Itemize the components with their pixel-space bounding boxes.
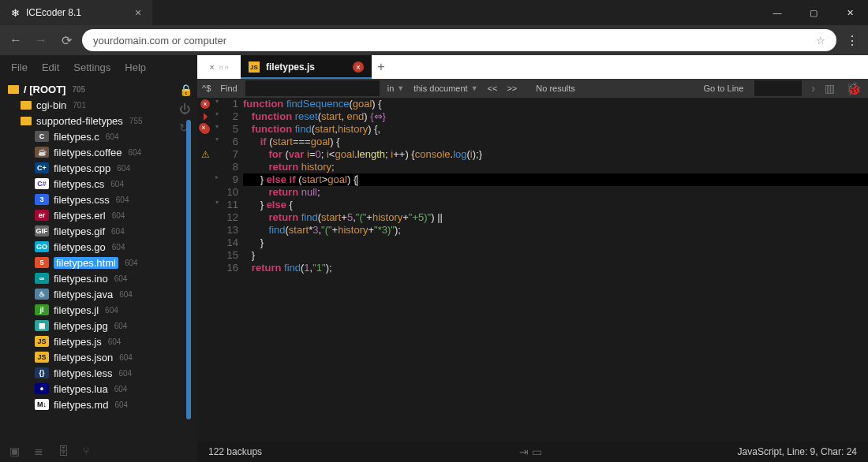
git-icon[interactable]: ⑂ — [83, 445, 89, 457]
code-line[interactable]: for (var i=0; i<goal.length; i++) {conso… — [243, 148, 868, 161]
fold-toggle[interactable] — [213, 224, 221, 237]
fold-toggle[interactable]: ▾ — [213, 199, 221, 211]
tree-root[interactable]: / [ROOT]705 — [5, 81, 193, 97]
back-icon[interactable]: ← — [6, 31, 25, 50]
gutter-mark[interactable] — [197, 262, 213, 274]
tab-close-button[interactable]: × — [353, 61, 364, 73]
gutter-mark[interactable]: × — [197, 98, 213, 110]
tab-close-icon[interactable]: × — [135, 6, 141, 19]
fold-toggle[interactable] — [213, 161, 221, 173]
tree-file[interactable]: {}filetypes.less604 — [5, 365, 193, 381]
gutter-mark[interactable] — [197, 224, 213, 237]
gutter-mark[interactable] — [197, 199, 213, 211]
window-minimize-button[interactable]: — — [759, 0, 795, 25]
tree-file[interactable]: jlfiletypes.jl604 — [5, 302, 193, 318]
gutter-mark[interactable] — [197, 173, 213, 186]
tree-file[interactable]: GOfiletypes.go604 — [5, 239, 193, 255]
tree-file[interactable]: 3filetypes.css604 — [5, 192, 193, 207]
menu-file[interactable]: File — [11, 61, 28, 73]
menu-dots-icon[interactable]: ⋮ — [843, 33, 862, 48]
tree-file[interactable]: ♨filetypes.java604 — [5, 286, 193, 302]
goto-line-input[interactable] — [754, 80, 802, 96]
fold-toggle[interactable] — [213, 211, 221, 224]
code-line[interactable]: if (start===goal) { — [243, 136, 868, 148]
tree-file[interactable]: JSfiletypes.json604 — [5, 349, 193, 365]
code-editor[interactable]: ×××⚠ ▾▾▾▾▸▾ 125678910111213141516 functi… — [197, 98, 868, 442]
code-line[interactable]: function findSequence(goal) { — [243, 98, 868, 110]
tree-file[interactable]: ∞filetypes.ino604 — [5, 270, 193, 286]
chevron-down-icon[interactable]: ▼ — [471, 84, 478, 92]
code-line[interactable]: function reset(start, end) {⇔} — [243, 110, 868, 123]
window-maximize-button[interactable]: ▢ — [795, 0, 832, 25]
fold-toggle[interactable]: ▸ — [213, 173, 221, 186]
tree-file[interactable]: erfiletypes.erl604 — [5, 207, 193, 223]
window-tab[interactable]: ❄ ICEcoder 8.1 × — [0, 0, 152, 25]
window-close-button[interactable]: ✕ — [832, 0, 868, 25]
bug-icon[interactable]: 🐞 — [840, 81, 868, 96]
tree-folder[interactable]: cgi-bin701 — [5, 97, 193, 113]
tree-file[interactable]: ▦filetypes.jpg604 — [5, 318, 193, 333]
menu-settings[interactable]: Settings — [73, 61, 110, 73]
code-line[interactable]: return find(1,"1"); — [243, 262, 868, 274]
gutter-mark[interactable] — [197, 249, 213, 262]
fold-toggle[interactable] — [213, 186, 221, 199]
arrow-right-icon[interactable]: › — [806, 82, 820, 95]
code-line[interactable]: } else { — [243, 199, 868, 211]
fold-toggle[interactable] — [213, 262, 221, 274]
tree-file[interactable]: JSfiletypes.js604 — [5, 333, 193, 349]
fold-toggle[interactable]: ▾ — [213, 136, 221, 148]
gutter-mark[interactable] — [197, 186, 213, 199]
fold-toggle[interactable] — [213, 237, 221, 249]
bookmark-icon[interactable]: ☆ — [816, 35, 825, 47]
fold-toggle[interactable] — [213, 148, 221, 161]
code-line[interactable]: } else if (start>goal) { — [243, 173, 868, 186]
find-scope-doc[interactable]: this document — [413, 84, 467, 93]
new-tab-button[interactable]: + — [372, 55, 391, 79]
gutter-mark[interactable] — [197, 110, 213, 123]
tree-folder[interactable]: supported-filetypes755 — [5, 113, 193, 129]
address-bar[interactable]: yourdomain.com or computer ☆ — [82, 29, 836, 51]
code-line[interactable]: } — [243, 249, 868, 262]
indent-icon[interactable]: ⇥ ▭ — [519, 445, 542, 458]
code-line[interactable]: return null; — [243, 186, 868, 199]
fold-toggle[interactable]: ▾ — [213, 123, 221, 136]
gutter-mark[interactable] — [197, 211, 213, 224]
gutter-mark[interactable]: ⚠ — [197, 148, 213, 161]
find-scope-in[interactable]: in — [387, 84, 395, 93]
tree-file[interactable]: C+filetypes.cpp604 — [5, 160, 193, 176]
menu-edit[interactable]: Edit — [42, 61, 59, 73]
lock-icon[interactable]: 🔒 — [179, 84, 193, 96]
code-line[interactable]: function find(start,history) {, — [243, 123, 868, 136]
tab-pre-controls[interactable]: ×○ ○ — [197, 55, 241, 79]
tree-scrollbar[interactable] — [186, 120, 191, 419]
gutter-mark[interactable]: ×× — [197, 123, 213, 136]
database-icon[interactable]: 🗄 — [58, 445, 69, 457]
tree-file[interactable]: Cfiletypes.c604 — [5, 129, 193, 144]
plug-icon[interactable]: ⏻ — [179, 102, 193, 115]
fold-toggle[interactable]: ▾ — [213, 98, 221, 110]
tree-file[interactable]: ●filetypes.lua604 — [5, 381, 193, 397]
terminal-icon[interactable]: ▣ — [9, 445, 20, 457]
editor-tab-active[interactable]: JS filetypes.js × — [241, 55, 372, 79]
tree-file[interactable]: GIFfiletypes.gif604 — [5, 223, 193, 239]
gutter-mark[interactable] — [197, 161, 213, 173]
find-next-button[interactable]: >> — [502, 84, 522, 93]
layout-icon[interactable]: ▥ — [820, 82, 840, 95]
tree-file[interactable]: ☕filetypes.coffee604 — [5, 144, 193, 160]
chevron-down-icon[interactable]: ▼ — [397, 84, 404, 92]
tree-file[interactable]: 5filetypes.html604 — [5, 255, 193, 270]
fold-toggle[interactable]: ▾ — [213, 110, 221, 123]
fold-toggle[interactable] — [213, 249, 221, 262]
menu-help[interactable]: Help — [125, 61, 146, 73]
code-line[interactable]: return history; — [243, 161, 868, 173]
gutter-mark[interactable] — [197, 237, 213, 249]
tree-file[interactable]: M↓filetypes.md604 — [5, 397, 193, 412]
code-line[interactable]: return find(start+5,"("+history+"+5)") |… — [243, 211, 868, 224]
tree-file[interactable]: C#filetypes.cs604 — [5, 176, 193, 192]
layers-icon[interactable]: ≣ — [34, 445, 43, 457]
forward-icon[interactable]: → — [32, 31, 51, 50]
code-line[interactable]: find(start*3,"("+history+"*3)"); — [243, 224, 868, 237]
find-prev-button[interactable]: << — [483, 84, 503, 93]
code-line[interactable]: } — [243, 237, 868, 249]
reload-icon[interactable]: ⟳ — [57, 31, 76, 50]
